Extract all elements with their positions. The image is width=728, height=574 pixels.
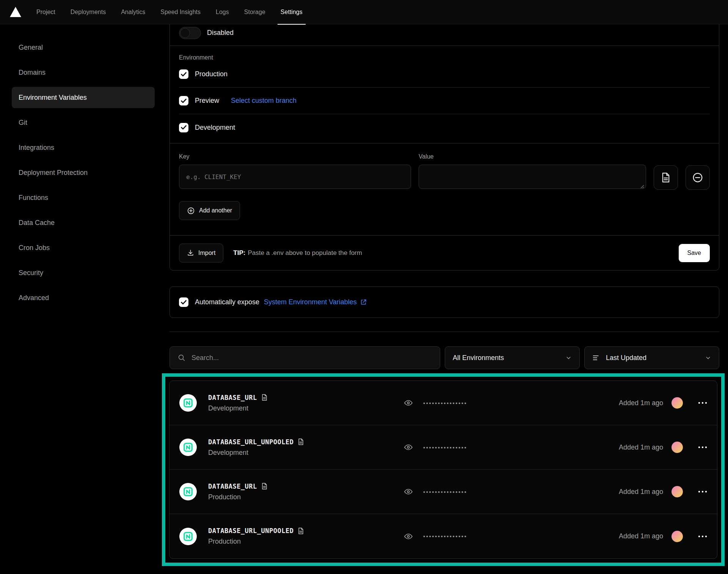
- vercel-logo-icon[interactable]: [10, 7, 21, 17]
- sidebar-item-advanced[interactable]: Advanced: [12, 287, 155, 308]
- avatar: [672, 531, 683, 542]
- note-icon[interactable]: [261, 483, 268, 490]
- sidebar-item-environment-variables[interactable]: Environment Variables: [12, 87, 155, 108]
- nav-item-settings[interactable]: Settings: [281, 0, 303, 24]
- env-var-row[interactable]: DATABASE_URL Production ••••••••••••••• …: [169, 470, 717, 514]
- key-label: Key: [179, 153, 411, 160]
- sidebar-item-domains[interactable]: Domains: [12, 62, 155, 83]
- save-button[interactable]: Save: [679, 244, 710, 262]
- neon-integration-icon: [179, 439, 197, 456]
- nav-item-deployments[interactable]: Deployments: [71, 0, 106, 24]
- nav-item-project[interactable]: Project: [36, 0, 55, 24]
- reveal-value-eye-icon[interactable]: [404, 443, 413, 452]
- avatar: [672, 486, 683, 497]
- paste-file-button[interactable]: [654, 165, 678, 190]
- settings-sidebar: General Domains Environment Variables Gi…: [0, 24, 169, 566]
- added-timestamp: Added 1m ago: [619, 532, 663, 540]
- development-checkbox-label: Development: [195, 124, 235, 132]
- env-var-row[interactable]: DATABASE_URL_UNPOOLED Production •••••••…: [169, 514, 717, 558]
- sort-icon: [592, 354, 600, 361]
- filter-row: All Environments Last Updated: [169, 346, 719, 369]
- masked-value: •••••••••••••••: [423, 400, 467, 406]
- note-icon[interactable]: [298, 438, 304, 445]
- system-env-variables-link[interactable]: System Environment Variables: [264, 298, 367, 306]
- reveal-value-eye-icon[interactable]: [404, 487, 413, 496]
- chevron-down-icon: [565, 355, 572, 361]
- import-icon: [187, 249, 194, 256]
- sidebar-item-deployment-protection[interactable]: Deployment Protection: [12, 162, 155, 183]
- import-button[interactable]: Import: [179, 244, 223, 263]
- plus-circle-icon: [187, 207, 195, 215]
- sidebar-item-general[interactable]: General: [12, 37, 155, 58]
- added-timestamp: Added 1m ago: [619, 443, 663, 451]
- added-timestamp: Added 1m ago: [619, 399, 663, 407]
- env-vars-main: Disabled Environment Production Preview …: [169, 24, 719, 566]
- environment-section-label: Environment: [179, 54, 710, 61]
- env-var-row[interactable]: DATABASE_URL_UNPOOLED Development ••••••…: [169, 425, 717, 470]
- masked-value: •••••••••••••••: [423, 444, 467, 451]
- neon-integration-icon: [179, 528, 197, 545]
- environment-option-development: Development: [179, 114, 710, 141]
- reveal-value-eye-icon[interactable]: [404, 398, 413, 407]
- disabled-toggle-label: Disabled: [207, 29, 234, 37]
- added-timestamp: Added 1m ago: [619, 488, 663, 496]
- reveal-value-eye-icon[interactable]: [404, 532, 413, 541]
- neon-integration-icon: [179, 394, 197, 412]
- system-env-label: Automatically expose: [195, 298, 259, 306]
- env-var-list: DATABASE_URL Development •••••••••••••••…: [169, 381, 717, 559]
- sidebar-item-cron-jobs[interactable]: Cron Jobs: [12, 237, 155, 258]
- nav-item-storage[interactable]: Storage: [244, 0, 265, 24]
- environment-filter-dropdown[interactable]: All Environments: [445, 346, 580, 369]
- sidebar-item-data-cache[interactable]: Data Cache: [12, 212, 155, 233]
- row-menu-button[interactable]: [698, 535, 707, 538]
- avatar: [672, 442, 683, 453]
- external-link-icon: [360, 299, 367, 306]
- toggle-knob: [180, 28, 190, 38]
- section-divider: [169, 332, 719, 332]
- environment-option-production: Production: [179, 61, 710, 88]
- key-value-section: Key Value: [170, 143, 719, 235]
- sort-dropdown[interactable]: Last Updated: [584, 346, 719, 369]
- masked-value: •••••••••••••••: [423, 533, 467, 539]
- production-checkbox-label: Production: [195, 70, 228, 78]
- production-checkbox[interactable]: [179, 69, 188, 79]
- sidebar-item-integrations[interactable]: Integrations: [12, 137, 155, 158]
- value-input[interactable]: [419, 165, 646, 189]
- environment-option-preview: Preview Select custom branch: [179, 88, 710, 114]
- development-checkbox[interactable]: [179, 123, 188, 132]
- system-env-panel: Automatically expose System Environment …: [169, 286, 719, 318]
- note-icon[interactable]: [298, 527, 304, 535]
- search-box[interactable]: [169, 346, 440, 369]
- row-menu-button[interactable]: [698, 402, 707, 404]
- select-custom-branch-link[interactable]: Select custom branch: [231, 97, 297, 105]
- remove-row-button[interactable]: [686, 165, 710, 190]
- form-footer: Import TIP:Paste a .env above to populat…: [170, 235, 719, 270]
- sidebar-item-security[interactable]: Security: [12, 262, 155, 283]
- env-var-form-panel: Disabled Environment Production Preview …: [169, 20, 719, 270]
- environment-section: Environment Production Preview Select cu…: [170, 46, 719, 143]
- preview-checkbox-label: Preview: [195, 97, 219, 105]
- nav-item-analytics[interactable]: Analytics: [121, 0, 145, 24]
- row-menu-button[interactable]: [698, 446, 707, 448]
- resize-handle-icon[interactable]: [640, 185, 644, 189]
- masked-value: •••••••••••••••: [423, 489, 467, 495]
- env-var-row[interactable]: DATABASE_URL Development •••••••••••••••…: [169, 381, 717, 425]
- chevron-down-icon: [705, 355, 711, 361]
- disabled-toggle[interactable]: [179, 27, 201, 39]
- search-input[interactable]: [191, 354, 432, 362]
- note-icon[interactable]: [261, 394, 268, 401]
- avatar: [672, 397, 683, 409]
- add-another-button[interactable]: Add another: [179, 201, 240, 220]
- sidebar-item-functions[interactable]: Functions: [12, 187, 155, 208]
- nav-item-logs[interactable]: Logs: [216, 0, 229, 24]
- top-nav: Project Deployments Analytics Speed Insi…: [0, 0, 728, 24]
- row-menu-button[interactable]: [698, 491, 707, 493]
- key-input[interactable]: [179, 165, 411, 189]
- sidebar-item-git[interactable]: Git: [12, 112, 155, 133]
- preview-checkbox[interactable]: [179, 96, 188, 105]
- system-env-checkbox[interactable]: [179, 297, 188, 307]
- nav-item-speed-insights[interactable]: Speed Insights: [160, 0, 201, 24]
- tip-text: TIP:Paste a .env above to populate the f…: [233, 249, 362, 257]
- search-icon: [177, 354, 186, 362]
- value-label: Value: [419, 153, 646, 160]
